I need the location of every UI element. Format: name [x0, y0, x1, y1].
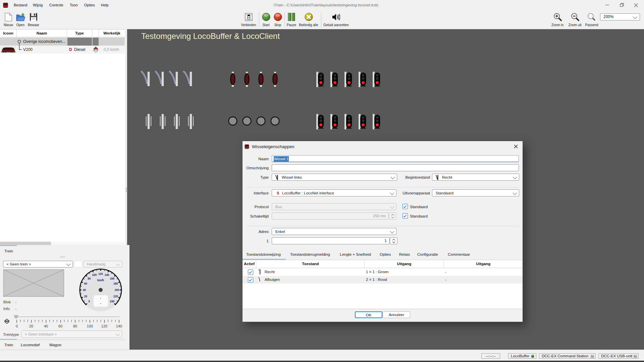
svg-text:140: 140 [105, 274, 109, 277]
svg-text:-: - [100, 301, 101, 305]
svg-text:160: 160 [110, 277, 114, 280]
svg-text:120: 120 [98, 273, 103, 276]
svg-text:220: 220 [113, 295, 118, 298]
svg-text:80: 80 [88, 277, 91, 280]
svg-text:-: - [100, 296, 101, 300]
svg-text:20: 20 [84, 295, 88, 298]
svg-text:0: 0 [88, 300, 90, 303]
svg-text:km/h: km/h [97, 279, 104, 282]
svg-text:180: 180 [113, 282, 118, 285]
svg-text:200: 200 [115, 289, 119, 292]
svg-text:240: 240 [110, 300, 114, 303]
svg-text:100: 100 [92, 274, 97, 277]
svg-text:60: 60 [84, 282, 88, 285]
svg-text:40: 40 [83, 289, 86, 292]
